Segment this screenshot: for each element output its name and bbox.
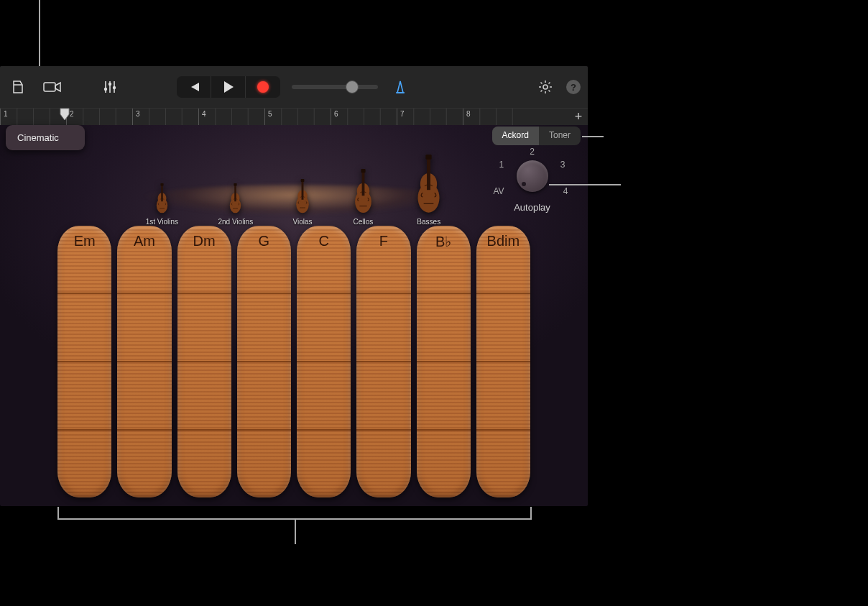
chord-segment[interactable] [417,431,471,497]
play-button[interactable] [211,76,246,98]
chord-segment[interactable] [237,431,291,497]
instrument-cellos[interactable]: Cellos [352,169,374,226]
autoplay-knob[interactable] [517,160,548,192]
help-button[interactable]: ? [566,80,581,94]
ruler-bar[interactable]: 7 [397,109,463,125]
chord-strip-b: B♭ [417,226,471,497]
autoplay-tick-4: 4 [563,186,568,196]
ruler-bar[interactable]: 2 [66,109,132,125]
svg-point-3 [113,86,116,89]
chord-segment[interactable]: Am [117,226,171,294]
chord-label: Bdim [487,226,520,249]
callout-line [39,0,40,66]
chord-segment[interactable] [117,362,171,431]
ruler-bar[interactable]: 6 [331,109,397,125]
chord-segment[interactable] [117,431,171,497]
chord-segment[interactable] [417,362,471,431]
chord-segment[interactable] [297,362,351,431]
chord-segment[interactable] [57,431,111,497]
metronome-icon[interactable] [389,77,411,97]
chord-segment[interactable]: Dm [177,226,231,294]
chord-segment[interactable] [237,294,291,362]
chord-label: Em [74,226,96,249]
chord-segment[interactable]: Bdim [476,226,530,294]
chord-segment[interactable] [57,362,111,431]
autoplay-control: AV 1 2 3 4 Autoplay [484,152,581,213]
playhead-icon[interactable] [60,108,70,125]
autoplay-tick-av: AV [494,186,504,196]
transport-group [177,76,411,98]
instrument-stage: 1st Violins 2nd Violins Violas Cellos Ba… [126,125,463,226]
ruler-bar[interactable]: 1 [0,109,66,125]
chord-segment[interactable] [356,294,410,362]
svg-rect-20 [361,169,365,173]
autoplay-label: Autoplay [484,202,581,213]
instrument-label: Violas [293,218,313,226]
chord-segment[interactable] [476,362,530,431]
chord-segment[interactable] [177,362,231,431]
chord-segment[interactable]: F [356,226,410,294]
chord-segment[interactable] [476,294,530,362]
svg-point-1 [104,88,107,91]
mixer-icon[interactable] [99,77,121,97]
master-volume-slider[interactable] [292,85,378,89]
svg-rect-12 [234,183,237,186]
settings-gear-icon[interactable] [535,77,556,97]
ruler-bar[interactable]: 4 [198,109,264,125]
chord-segment[interactable] [356,362,410,431]
autoplay-tick-3: 3 [560,160,565,170]
chord-segment[interactable]: B♭ [417,226,471,294]
chord-label: Am [134,226,155,249]
autoplay-tick-1: 1 [499,160,504,170]
ruler-bar[interactable]: 8 [463,109,529,125]
chord-segment[interactable]: C [297,226,351,294]
chord-segment[interactable] [57,294,111,362]
add-section-button[interactable]: + [569,109,588,125]
chord-strip-am: Am [117,226,171,497]
camera-icon[interactable] [42,77,63,97]
instrument-basses[interactable]: Basses [414,155,443,226]
chord-strips: EmAmDmGCFB♭Bdim [57,226,530,497]
svg-point-2 [108,83,111,86]
ruler-bar[interactable]: 5 [264,109,331,125]
callout-line [530,507,532,520]
callout-line [57,507,59,520]
chord-strip-bdim: Bdim [476,226,530,497]
chord-segment[interactable] [356,431,410,497]
chord-segment[interactable] [476,431,530,497]
segment-ackord[interactable]: Ackord [492,127,539,145]
chord-segment[interactable] [177,431,231,497]
chord-strip-g: G [237,226,291,497]
instrument-label: 2nd Violins [218,218,253,226]
record-button[interactable] [246,76,280,98]
timeline-ruler[interactable]: 12345678+ [0,108,588,125]
chord-segment[interactable] [177,294,231,362]
chord-label: F [379,226,388,249]
chord-segment[interactable]: Em [57,226,111,294]
chord-segment[interactable] [297,431,351,497]
chord-strip-f: F [356,226,410,497]
svg-rect-0 [44,83,55,91]
chord-label: C [318,226,328,249]
instrument-violas[interactable]: Violas [293,179,313,226]
rewind-button[interactable] [177,76,211,98]
svg-rect-8 [160,183,163,186]
chord-segment[interactable] [117,294,171,362]
svg-rect-23 [427,157,430,190]
instrument-2nd-violins[interactable]: 2nd Violins [218,183,253,226]
chord-segment[interactable] [417,294,471,362]
ruler-bar[interactable]: 3 [132,109,198,125]
instrument-1st-violins[interactable]: 1st Violins [146,183,178,226]
autoplay-tick-2: 2 [530,147,535,157]
volume-thumb[interactable] [346,81,359,93]
chord-segment[interactable]: G [237,226,291,294]
preset-selector[interactable]: Cinematic [6,125,85,150]
chord-label: G [259,226,270,249]
callout-line [295,518,296,544]
chord-segment[interactable] [237,362,291,431]
callout-line [57,518,532,520]
browser-icon[interactable] [7,77,29,97]
chord-segment[interactable] [297,294,351,362]
chord-strip-dm: Dm [177,226,231,497]
segment-toner[interactable]: Toner [539,127,581,145]
